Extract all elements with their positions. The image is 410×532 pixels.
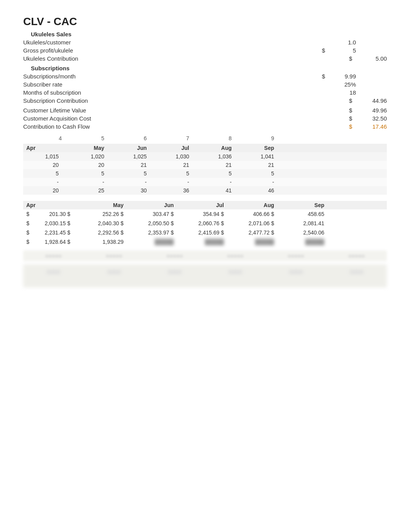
mr1c6: 458.65 bbox=[274, 211, 324, 217]
blur2-col5: ■■■ bbox=[273, 267, 319, 284]
r3c4: 5 bbox=[147, 170, 189, 177]
r5c2: 25 bbox=[62, 187, 104, 194]
contribution-val: 17.46 bbox=[356, 123, 387, 130]
subscriptions-month-row: Subscriptions/month $ 9.99 bbox=[23, 72, 387, 80]
mr1c1: 201.30 $ bbox=[30, 211, 73, 217]
subscriptions-month-dollar: $ bbox=[294, 73, 325, 80]
r3c2: 5 bbox=[62, 170, 104, 177]
clv-row: Customer Lifetime Value $ 49.96 bbox=[23, 106, 387, 114]
mr4-dollar: $ bbox=[23, 239, 30, 245]
contribution-cash-flow-row: Contribution to Cash Flow $ 17.46 bbox=[23, 122, 387, 131]
months-subscription-label: Months of subscription bbox=[23, 89, 294, 96]
month-headers-row: Apr May Jun Jul Aug Sep bbox=[23, 144, 387, 152]
r1c2: 1,020 bbox=[62, 153, 104, 160]
clv-label: Customer Lifetime Value bbox=[23, 107, 287, 114]
subscriptions-month-val: 9.99 bbox=[325, 73, 356, 80]
gross-profit-row: Gross profit/ukulele $ 5 bbox=[23, 46, 387, 54]
mr4c5-blurred: █████ bbox=[224, 239, 274, 245]
blur2-col4: ■■■ bbox=[212, 267, 259, 284]
subscription-contribution-dollar: $ bbox=[349, 97, 356, 104]
mr2c5: 2,071.06 $ bbox=[224, 220, 274, 226]
money-aug-header: Aug bbox=[224, 202, 274, 208]
r4c1: - bbox=[23, 179, 62, 185]
money-row-3: $ 2,231.45 $ 2,292.56 $ 2,353.97 $ 2,415… bbox=[23, 228, 387, 237]
ukuleles-sales-header: Ukuleles Sales bbox=[23, 31, 387, 37]
r1c3: 1,025 bbox=[104, 153, 147, 160]
money-jun-header: Jun bbox=[124, 202, 174, 208]
mr2c3: 2,050.50 $ bbox=[124, 220, 174, 226]
ukuleles-customer-val: 1.0 bbox=[325, 39, 356, 46]
mr4c1: 1,928.64 $ bbox=[30, 239, 73, 245]
r1c1: 1,015 bbox=[23, 153, 62, 160]
ukuleles-customer-label: Ukuleles/customer bbox=[23, 39, 294, 46]
blurred-section-2: ■■■ ■■■ ■■■ ■■■ ■■■ ■■■ bbox=[23, 264, 387, 287]
subscriptions-header: Subscriptions bbox=[23, 65, 387, 71]
subscriber-rate-row: Subscriber rate 25% bbox=[23, 80, 387, 88]
money-jul-header: Jul bbox=[174, 202, 224, 208]
mr2-dollar: $ bbox=[23, 220, 30, 226]
month-jul: Jul bbox=[147, 145, 189, 151]
clv-dollar: $ bbox=[349, 107, 356, 114]
subscriber-rate-val: 25% bbox=[325, 81, 356, 88]
money-row-1: $ 201.30 $ 252.26 $ 303.47 $ 354.94 $ 40… bbox=[23, 209, 387, 219]
col-num-5: 5 bbox=[62, 135, 104, 141]
cac-val: 32.50 bbox=[356, 115, 387, 122]
mr1c5: 406.66 $ bbox=[224, 211, 274, 217]
mr2c1: 2,030.15 $ bbox=[30, 220, 73, 226]
gross-profit-val: 5 bbox=[325, 47, 356, 54]
col-num-6: 6 bbox=[104, 135, 147, 141]
gross-profit-label: Gross profit/ukulele bbox=[23, 47, 294, 54]
ukuleles-contribution-row: Ukuleles Contribution $ 5.00 bbox=[23, 54, 387, 63]
r4c4: - bbox=[147, 179, 189, 185]
subscription-contribution-val: 44.96 bbox=[356, 97, 387, 104]
month-jun: Jun bbox=[104, 145, 147, 151]
subscription-contribution-row: Subscription Contribution $ 44.96 bbox=[23, 97, 387, 105]
mr4c2: 1,938.29 bbox=[73, 239, 124, 245]
blur2-col2: ■■■ bbox=[91, 267, 137, 284]
mr1c2: 252.26 $ bbox=[73, 211, 124, 217]
blur1-col2: ●●●●● bbox=[91, 253, 137, 259]
r2c2: 20 bbox=[62, 162, 104, 168]
r3c6: 5 bbox=[232, 170, 274, 177]
r4c6: - bbox=[232, 179, 274, 185]
r3c5: 5 bbox=[189, 170, 232, 177]
mr3c1: 2,231.45 $ bbox=[30, 229, 73, 236]
r1c4: 1,030 bbox=[147, 153, 189, 160]
mr3c2: 2,292.56 $ bbox=[73, 229, 124, 236]
gross-profit-dollar: $ bbox=[294, 47, 325, 54]
mr3c5: 2,477.72 $ bbox=[224, 229, 274, 236]
money-sep-header: Sep bbox=[274, 202, 324, 208]
blur2-col1: ■■■ bbox=[30, 267, 77, 284]
blurred-section-1: ●●●●● ●●●●● ●●●●● ●●●●● ●●●●● ●●●●● bbox=[23, 250, 387, 261]
r5c6: 46 bbox=[232, 187, 274, 194]
mr3c6: 2,540.06 bbox=[274, 229, 324, 236]
subscriber-rate-label: Subscriber rate bbox=[23, 81, 294, 88]
ukuleles-contribution-label: Ukuleles Contribution bbox=[23, 55, 318, 62]
mr4c6-blurred: █████ bbox=[274, 239, 324, 245]
contribution-cash-flow-label: Contribution to Cash Flow bbox=[23, 123, 287, 130]
mr2c4: 2,060.76 $ bbox=[174, 220, 224, 226]
r4c2: - bbox=[62, 179, 104, 185]
month-sep: Sep bbox=[232, 145, 274, 151]
r4c5: - bbox=[189, 179, 232, 185]
r5c3: 30 bbox=[104, 187, 147, 194]
mr1c4: 354.94 $ bbox=[174, 211, 224, 217]
r2c3: 21 bbox=[104, 162, 147, 168]
mr1c3: 303.47 $ bbox=[124, 211, 174, 217]
page-title: CLV - CAC bbox=[23, 15, 387, 28]
r2c5: 21 bbox=[189, 162, 232, 168]
subscriptions-month-label: Subscriptions/month bbox=[23, 73, 294, 80]
r5c1: 20 bbox=[23, 187, 62, 194]
blur1-col3: ●●●●● bbox=[152, 253, 198, 259]
money-row-4: $ 1,928.64 $ 1,938.29 █████ █████ █████ … bbox=[23, 237, 387, 246]
subscription-contribution-label: Subscription Contribution bbox=[23, 97, 318, 104]
data-row-2: 20 20 21 21 21 21 bbox=[23, 161, 387, 169]
r3c1: 5 bbox=[23, 170, 62, 177]
blur2-col6: ■■■ bbox=[334, 267, 380, 284]
col-num-7: 7 bbox=[147, 135, 189, 141]
r1c5: 1,036 bbox=[189, 153, 232, 160]
blur1-col4: ●●●●● bbox=[212, 253, 259, 259]
col-num-4: 4 bbox=[23, 135, 62, 141]
cac-label: Customer Acquisition Cost bbox=[23, 115, 287, 122]
col-numbers-row: 4 5 6 7 8 9 bbox=[23, 134, 387, 142]
